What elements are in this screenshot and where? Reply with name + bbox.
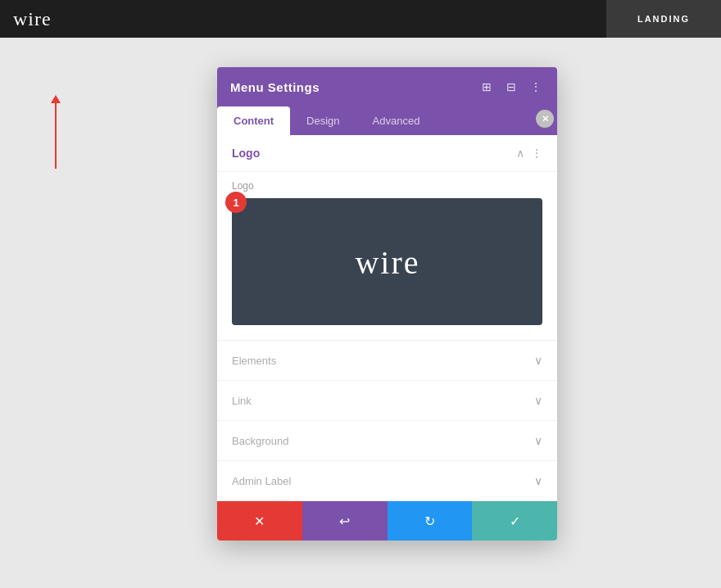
modal-close-button[interactable]: ✕ [536,110,554,128]
columns-icon[interactable]: ⊟ [503,79,519,95]
logo-label: Logo [232,180,542,192]
logo-badge: 1 [225,192,247,213]
modal-footer: ✕ ↩ ↻ ✓ [217,501,557,541]
background-section[interactable]: Background ∨ [217,421,557,461]
chevron-up-icon[interactable]: ∧ [516,147,524,160]
elements-section[interactable]: Elements ∨ [217,341,557,381]
save-button[interactable]: ✓ [472,501,557,541]
cancel-button[interactable]: ✕ [217,501,302,541]
elements-label: Elements [232,355,276,367]
tab-design[interactable]: Design [290,106,356,135]
modal-tabs: Content Design Advanced ✕ [217,106,557,135]
logo-more-icon[interactable]: ⋮ [531,147,542,160]
background-label: Background [232,435,288,447]
red-arrow-indicator [51,95,61,169]
modal-title: Menu Settings [230,80,320,94]
tab-content[interactable]: Content [217,106,290,135]
link-chevron-icon: ∨ [534,394,542,407]
canvas-area: Menu Settings ⊞ ⊟ ⋮ Content Design Advan… [0,38,721,588]
arrow-head [51,95,61,103]
expand-icon[interactable]: ⊞ [478,79,495,95]
undo-button[interactable]: ↩ [302,501,388,541]
modal-header-icons: ⊞ ⊟ ⋮ [478,79,544,95]
svg-text:wire: wire [355,244,419,281]
logo-image-container[interactable]: 1 wire [232,198,542,325]
admin-label-section[interactable]: Admin Label ∨ [217,461,557,501]
logo-content: Logo 1 wire [217,172,557,341]
admin-label-chevron-icon: ∨ [534,474,542,487]
top-bar: wire LANDING [0,0,721,38]
modal-body: Logo ∧ ⋮ Logo 1 wire Elements [217,135,557,501]
logo-section-header: Logo ∧ ⋮ [217,135,557,172]
admin-label-text: Admin Label [232,475,291,487]
link-section[interactable]: Link ∨ [217,381,557,421]
top-bar-page-label: LANDING [606,0,721,38]
wire-logo-svg: wire [322,239,453,284]
logo-section-icons: ∧ ⋮ [516,147,542,160]
arrow-line [55,103,57,169]
background-chevron-icon: ∨ [534,434,542,447]
modal-header: Menu Settings ⊞ ⊟ ⋮ [217,67,557,106]
tab-advanced[interactable]: Advanced [356,106,437,135]
elements-chevron-icon: ∨ [534,354,542,367]
link-label: Link [232,395,252,407]
menu-settings-panel: Menu Settings ⊞ ⊟ ⋮ Content Design Advan… [217,67,557,541]
logo-section-title: Logo [232,147,260,160]
app-logo: wire [13,8,52,30]
redo-button[interactable]: ↻ [388,501,473,541]
more-options-icon[interactable]: ⋮ [528,79,544,95]
